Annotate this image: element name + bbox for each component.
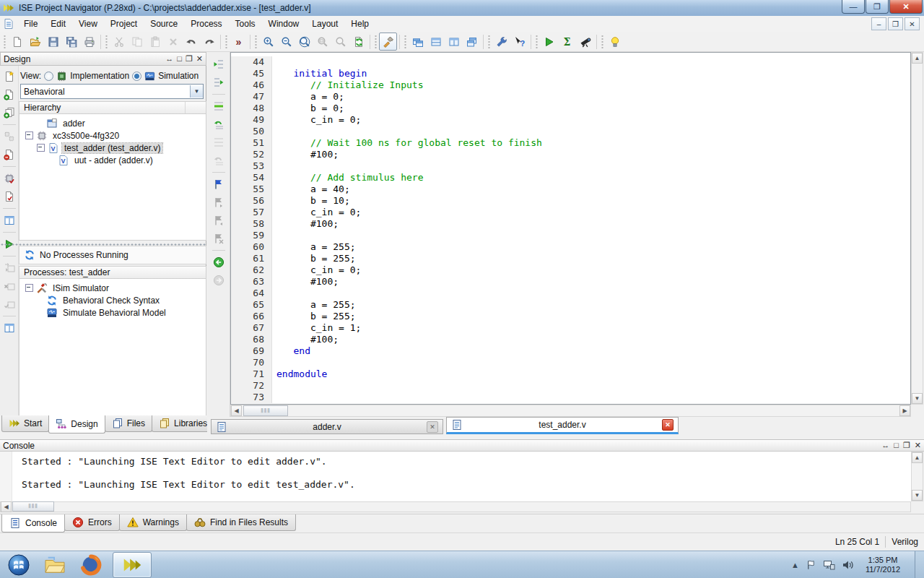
panel-tab-design[interactable]: Design: [48, 415, 105, 434]
telescope-button[interactable]: [576, 33, 594, 51]
nav-back-button[interactable]: [211, 254, 227, 270]
editor-vertical-scrollbar[interactable]: ▲ ▼: [911, 52, 923, 405]
zoom-in-button[interactable]: [259, 33, 277, 51]
code-text[interactable]: [272, 126, 276, 137]
console-tab-find-in-files-results[interactable]: Find in Files Results: [186, 514, 296, 531]
panel-float-icon[interactable]: ↔: [165, 55, 173, 63]
tray-expand-icon[interactable]: ▲: [791, 561, 799, 569]
editor-horizontal-scrollbar[interactable]: ◀ ⦀⦀⦀ ▶: [230, 405, 911, 417]
new-source-button[interactable]: [1, 69, 17, 85]
code-text[interactable]: // Wait 100 ns for global reset to finis…: [272, 137, 542, 149]
panel-splitter[interactable]: [0, 241, 206, 246]
design-summary-button[interactable]: [1, 189, 17, 204]
chip-check-button[interactable]: [1, 171, 17, 186]
code-text[interactable]: a = 40;: [272, 184, 350, 195]
scroll-left-icon[interactable]: ◀: [231, 405, 242, 416]
mdi-minimize-button[interactable]: –: [871, 17, 886, 30]
toolbar-grip[interactable]: [225, 35, 228, 49]
design-panel-header[interactable]: Design ↔ □ ❐ ✕: [0, 52, 206, 66]
firefox-taskbar-icon[interactable]: [77, 553, 105, 577]
panel-tab-start[interactable]: Start: [1, 415, 49, 432]
menu-help[interactable]: Help: [344, 17, 375, 31]
code-text[interactable]: [272, 288, 276, 299]
console-output[interactable]: Started : "Launching ISE Text Editor to …: [0, 452, 911, 502]
new-document-button[interactable]: [8, 33, 26, 51]
code-text[interactable]: a = 255;: [272, 299, 356, 311]
implementation-radio[interactable]: [44, 72, 53, 81]
edit-hammer-button[interactable]: [379, 33, 397, 51]
network-icon[interactable]: [823, 559, 835, 571]
code-text[interactable]: [272, 392, 276, 403]
code-editor[interactable]: 4445 initial begin46 // Initialize Input…: [230, 52, 911, 405]
refresh-button[interactable]: [349, 33, 367, 51]
toolbar-grip[interactable]: [487, 35, 491, 49]
code-text[interactable]: #100;: [272, 276, 339, 288]
editor-tab-test_adder-v[interactable]: test_adder.v✕: [446, 417, 679, 434]
window-tile-h-button[interactable]: [427, 33, 445, 51]
code-text[interactable]: [272, 380, 276, 392]
editor-tab-adder-v[interactable]: adder.v✕: [211, 419, 443, 434]
code-text[interactable]: #100;: [272, 149, 339, 160]
tree-expander-icon[interactable]: [25, 284, 33, 292]
tab-close-icon[interactable]: ✕: [662, 419, 674, 431]
syntax-lines-button[interactable]: [211, 98, 227, 114]
code-text[interactable]: #100;: [272, 334, 339, 345]
action-center-flag-icon[interactable]: [806, 559, 816, 571]
ise-taskbar-button[interactable]: [113, 552, 152, 578]
print-button[interactable]: [80, 33, 98, 51]
start-button[interactable]: [4, 553, 33, 577]
code-text[interactable]: a = 0;: [272, 91, 344, 103]
console-tab-errors[interactable]: Errors: [64, 514, 120, 531]
toolbar-grip[interactable]: [601, 35, 604, 49]
code-text[interactable]: b = 0;: [272, 103, 344, 114]
code-text[interactable]: [272, 230, 276, 241]
tree-item[interactable]: adder: [19, 117, 206, 129]
tree-expander-icon[interactable]: [25, 131, 33, 139]
toolbar-grip[interactable]: [3, 35, 6, 49]
panel-float-icon[interactable]: ↔: [881, 441, 889, 449]
redo-button[interactable]: [200, 33, 218, 51]
close-button[interactable]: ✕: [889, 0, 923, 14]
undo-button[interactable]: [182, 33, 200, 51]
toolbar-grip[interactable]: [404, 35, 407, 49]
columns-view-button[interactable]: [1, 212, 17, 228]
code-text[interactable]: c_in = 1;: [272, 322, 361, 334]
undo-lines-button[interactable]: [211, 116, 227, 132]
explorer-taskbar-icon[interactable]: [40, 553, 69, 577]
tree-item[interactable]: Vuut - adder (adder.v): [19, 154, 206, 166]
menu-edit[interactable]: Edit: [44, 17, 72, 31]
tree-item[interactable]: Behavioral Check Syntax: [19, 294, 206, 306]
panel-maximize-icon[interactable]: □: [177, 55, 182, 63]
toolbar-grip[interactable]: [105, 35, 108, 49]
panel-close-icon[interactable]: ✕: [196, 55, 203, 63]
minimize-button[interactable]: —: [842, 0, 865, 14]
panel-maximize-icon[interactable]: □: [894, 441, 899, 449]
mdi-close-button[interactable]: ✕: [905, 17, 920, 30]
zoom-full-button[interactable]: [295, 33, 313, 51]
menu-source[interactable]: Source: [144, 17, 184, 31]
toolbar-grip[interactable]: [254, 35, 258, 49]
toolbar-grip[interactable]: [374, 35, 378, 49]
toolbar-overflow-button[interactable]: »: [230, 33, 248, 51]
code-text[interactable]: [272, 160, 276, 172]
document-mdi-icon[interactable]: [3, 18, 14, 30]
run-button[interactable]: [540, 33, 558, 51]
tree-item[interactable]: Simulate Behavioral Model: [19, 306, 206, 319]
panel-tab-files[interactable]: Files: [105, 415, 152, 432]
hierarchy-header[interactable]: Hierarchy: [19, 101, 206, 114]
panel-restore-icon[interactable]: ❐: [903, 441, 910, 449]
code-text[interactable]: c_in = 0;: [272, 207, 361, 218]
sum-button[interactable]: Σ: [558, 33, 576, 51]
save-button[interactable]: [44, 33, 62, 51]
scrollbar-thumb[interactable]: ⦀⦀⦀: [243, 405, 288, 416]
indent-next-button[interactable]: [211, 74, 227, 90]
menu-tools[interactable]: Tools: [229, 17, 262, 31]
code-text[interactable]: a = 255;: [272, 241, 356, 253]
menu-layout[interactable]: Layout: [305, 17, 344, 31]
scroll-left-icon[interactable]: ◀: [1, 501, 12, 512]
design-view-dropdown[interactable]: Behavioral ▼: [20, 84, 204, 99]
menu-process[interactable]: Process: [184, 17, 228, 31]
scroll-down-icon[interactable]: ▼: [912, 490, 923, 501]
code-text[interactable]: [272, 56, 276, 68]
restore-button[interactable]: ❐: [866, 0, 889, 14]
